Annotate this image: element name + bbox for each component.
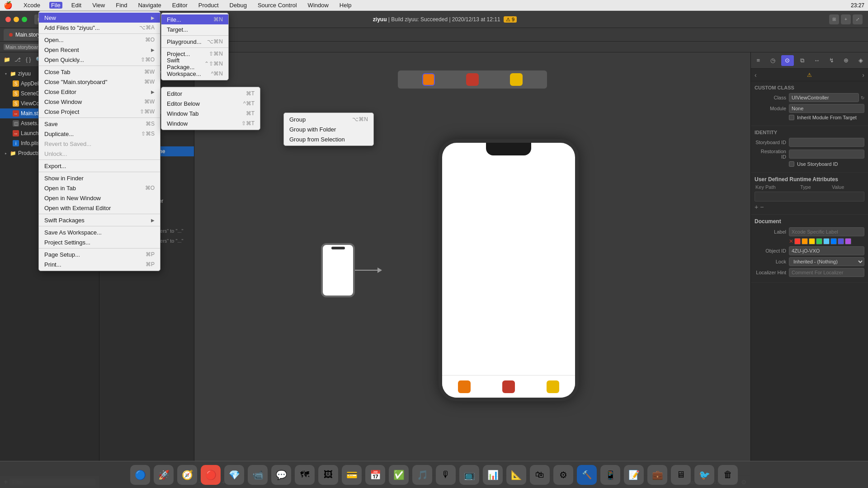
close-button[interactable]: [5, 17, 11, 22]
menu-unlock[interactable]: Unlock...: [39, 149, 160, 159]
storyboard-id-input[interactable]: [789, 138, 864, 147]
dock-slack[interactable]: 💼: [647, 465, 667, 485]
menu-open-quickly[interactable]: Open Quickly... ⇧⌘O: [39, 55, 160, 65]
nav-symbol-btn[interactable]: { }: [24, 55, 33, 64]
canvas-editor[interactable]: − 100% + View as: iPhone 11 (^C ↑R) ⚙: [194, 52, 750, 488]
dock-chrome[interactable]: 🔴: [201, 465, 221, 485]
warning-badge[interactable]: ⚠ 9: [504, 16, 517, 23]
apple-menu-icon[interactable]: 🍎: [4, 1, 13, 9]
color-chip-red[interactable]: [794, 238, 801, 244]
menu-open-recent[interactable]: Open Recent ▶: [39, 45, 160, 55]
color-chip-teal[interactable]: [823, 238, 830, 244]
menu-close-tab[interactable]: Close Tab ⌘W: [39, 67, 160, 77]
class-refresh-icon[interactable]: ↻: [861, 95, 864, 100]
sub-group[interactable]: Group ⌥⌘N: [284, 114, 373, 124]
menubar-navigate[interactable]: Navigate: [136, 2, 163, 9]
menubar-xcode[interactable]: Xcode: [22, 2, 42, 9]
menu-close-window[interactable]: Close Window ⌘W: [39, 97, 160, 107]
inspector-bindings-btn[interactable]: ⊕: [840, 55, 852, 66]
group-submenu[interactable]: Group ⌥⌘N Group with Folder Group from S…: [283, 113, 374, 146]
nav-folder-btn[interactable]: 📁: [3, 55, 11, 64]
minimize-button[interactable]: [14, 17, 19, 22]
menu-show-finder[interactable]: Show in Finder: [39, 173, 160, 183]
dock-finder[interactable]: 🔵: [130, 465, 150, 485]
dock-trash[interactable]: 🗑: [718, 465, 738, 485]
udra-remove-btn[interactable]: −: [760, 203, 764, 211]
dock-wallet[interactable]: 💳: [342, 465, 362, 485]
dock-photos[interactable]: 🖼: [318, 465, 338, 485]
menu-revert[interactable]: Revert to Saved...: [39, 139, 160, 149]
menu-open-tab[interactable]: Open in Tab ⌘O: [39, 183, 160, 193]
dock-notes[interactable]: 📝: [624, 465, 644, 485]
menubar-source-control[interactable]: Source Control: [256, 2, 299, 9]
dock-twitter[interactable]: 🐦: [694, 465, 714, 485]
menu-open-new-window[interactable]: Open in New Window: [39, 193, 160, 203]
inherit-module-checkbox[interactable]: [789, 115, 794, 120]
nav-source-btn[interactable]: ⎇: [13, 55, 22, 64]
inspector-prev-btn[interactable]: ‹: [755, 71, 757, 79]
dock-podcasts[interactable]: 🎙: [436, 465, 456, 485]
menu-print[interactable]: Print... ⌘P: [39, 259, 160, 269]
inspector-next-btn[interactable]: ›: [862, 71, 864, 79]
inspector-attr-btn[interactable]: ⧉: [796, 55, 808, 66]
doc-localizer-input[interactable]: [789, 268, 864, 277]
menu-open-external[interactable]: Open with External Editor: [39, 203, 160, 213]
inspector-connections-btn[interactable]: ↯: [825, 55, 838, 66]
dock-numbers[interactable]: 📊: [483, 465, 503, 485]
menu-swift-packages[interactable]: Swift Packages ▶: [39, 215, 160, 225]
sub-window[interactable]: Window ⇧⌘T: [161, 118, 260, 128]
dock-tv[interactable]: 📺: [459, 465, 479, 485]
menu-add-files[interactable]: Add Files to "ziyuu"... ⌥⌘A: [39, 23, 160, 33]
menubar-file[interactable]: File: [49, 2, 62, 9]
inspector-history-btn[interactable]: ◷: [767, 55, 779, 66]
sub-window-tab[interactable]: Window Tab ⌘T: [161, 108, 260, 118]
sub-group-folder[interactable]: Group with Folder: [284, 124, 373, 134]
inspector-file-btn[interactable]: ≡: [752, 55, 764, 66]
dock-parallels[interactable]: 🖥: [671, 465, 691, 485]
menu-duplicate[interactable]: Duplicate... ⇧⌘S: [39, 129, 160, 139]
use-storyboard-id-checkbox[interactable]: [789, 161, 794, 167]
menu-page-setup[interactable]: Page Setup... ⌘P: [39, 249, 160, 259]
menubar-help[interactable]: Help: [338, 2, 354, 9]
file-dropdown-menu[interactable]: New ▶ Add Files to "ziyuu"... ⌥⌘A Open..…: [38, 11, 160, 271]
menu-close-storyboard[interactable]: Close "Main.storyboard" ⌘W: [39, 77, 160, 87]
dock-simulator[interactable]: 📱: [600, 465, 620, 485]
menubar-window[interactable]: Window: [306, 2, 330, 9]
sub-playground[interactable]: Playground... ⌥⌘N: [161, 37, 228, 47]
dock-launchpad[interactable]: 🚀: [154, 465, 174, 485]
udra-add-btn[interactable]: +: [755, 203, 758, 211]
color-x-btn[interactable]: ✕: [789, 238, 793, 244]
fullscreen-btn[interactable]: ⤢: [853, 14, 863, 24]
doc-object-id-input[interactable]: [789, 246, 864, 255]
menu-close-project[interactable]: Close Project ⇧⌘W: [39, 107, 160, 117]
inspector-identity-btn[interactable]: ⊙: [781, 55, 794, 66]
color-chip-yellow[interactable]: [809, 238, 815, 244]
restoration-id-input[interactable]: [789, 150, 864, 159]
menu-project-settings[interactable]: Project Settings...: [39, 237, 160, 247]
dock-sketch[interactable]: 💎: [224, 465, 244, 485]
dock-appstore[interactable]: 🛍: [530, 465, 550, 485]
color-chip-orange[interactable]: [802, 238, 808, 244]
menubar-product[interactable]: Product: [197, 2, 221, 9]
sub-editor-below[interactable]: Editor Below ^⌘T: [161, 99, 260, 108]
dock-reminders[interactable]: ✅: [389, 465, 409, 485]
class-input[interactable]: [789, 93, 859, 102]
menu-new[interactable]: New ▶: [39, 13, 160, 23]
color-chip-green[interactable]: [816, 238, 822, 244]
dock-music[interactable]: 🎵: [412, 465, 432, 485]
inspector-size-btn[interactable]: ↔: [811, 55, 823, 66]
dock-messages[interactable]: 💬: [271, 465, 291, 485]
sub-target[interactable]: Target...: [161, 24, 228, 34]
dock-xcode[interactable]: 🔨: [577, 465, 597, 485]
menubar-view[interactable]: View: [90, 2, 107, 9]
menubar-edit[interactable]: Edit: [70, 2, 83, 9]
color-chip-blue[interactable]: [830, 238, 837, 244]
color-chip-purple[interactable]: [845, 238, 851, 244]
dock-safari[interactable]: 🧭: [177, 465, 197, 485]
maximize-button[interactable]: [22, 17, 27, 22]
sub-workspace[interactable]: Workspace... ^⌘N: [161, 69, 228, 79]
editor-submenu[interactable]: Editor ⌘T Editor Below ^⌘T Window Tab ⌘T…: [161, 87, 260, 130]
sub-file-new[interactable]: File... ⌘N: [161, 14, 228, 24]
color-chip-indigo[interactable]: [838, 238, 844, 244]
add-editor-btn[interactable]: +: [841, 14, 851, 24]
